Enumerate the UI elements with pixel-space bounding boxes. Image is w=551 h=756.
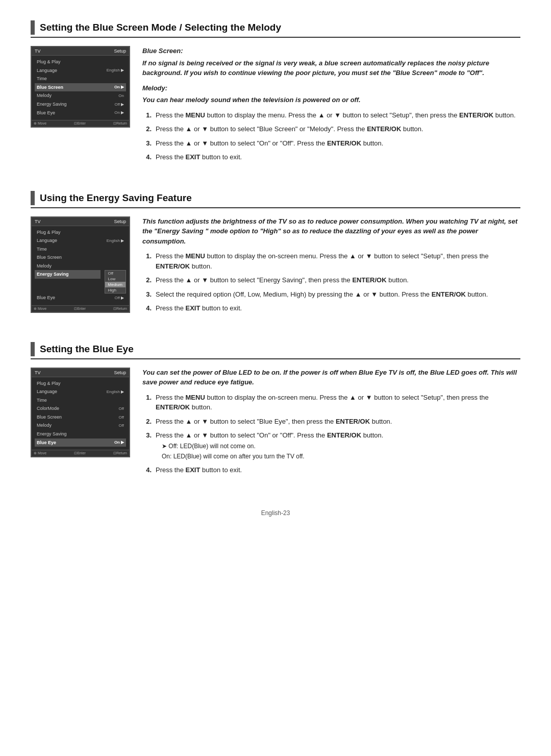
step-content: Press the MENU button to display the men… (156, 110, 520, 120)
intro-text: If no signal is being received or the si… (142, 58, 520, 78)
step-subnote: On: LED(Blue) will come on after you tur… (162, 452, 520, 461)
content-area: You can set the power of Blue LED to be … (142, 368, 520, 479)
step-item: 2. Press the ▲ or ▼ button to select "Bl… (142, 124, 520, 134)
step-item: 2. Press the ▲ or ▼ button to select "Bl… (142, 417, 520, 427)
step-content: Press the EXIT button to exit. (156, 465, 520, 475)
step-subnote: ➤ Off: LED(Blue) will not come on. (162, 442, 520, 451)
step-number: 3. (142, 289, 152, 300)
step-item: 4. Press the EXIT button to exit. (142, 152, 520, 162)
content-area: Blue Screen:If no signal is being receiv… (142, 46, 520, 166)
section-accent (31, 20, 35, 35)
step-content: Select the required option (Off, Low, Me… (156, 289, 520, 300)
page-number: English-23 (261, 509, 290, 517)
step-item: 4. Press the EXIT button to exit. (142, 303, 520, 313)
step-number: 3. (142, 430, 152, 461)
content-area: This function adjusts the brightness of … (142, 216, 520, 318)
subsection-title: Blue Screen: (142, 46, 520, 56)
section-body: TV Setup Plug & Play Language English ▶ … (31, 216, 520, 318)
step-content: Press the EXIT button to exit. (156, 303, 520, 313)
step-number: 2. (142, 417, 152, 427)
step-number: 2. (142, 124, 152, 134)
section-title: Using the Energy Saving Feature (40, 192, 192, 204)
step-content: Press the ▲ or ▼ button to select "Blue … (156, 124, 520, 134)
tv-screen-blue-screen-melody: TV Setup Plug & Play Language English ▶ … (31, 46, 130, 128)
section-header: Using the Energy Saving Feature (31, 191, 520, 208)
page: Setting the Blue Screen Mode / Selecting… (31, 20, 520, 517)
step-item: 1. Press the MENU button to display the … (142, 110, 520, 120)
subsection-title: Melody: (142, 83, 520, 93)
step-item: 1. Press the MENU button to display the … (142, 251, 520, 271)
step-item: 3. Press the ▲ or ▼ button to select "On… (142, 430, 520, 461)
step-content: Press the ▲ or ▼ button to select "On" o… (156, 430, 520, 461)
tv-screen-blue-eye: TV Setup Plug & Play Language English ▶ … (31, 368, 130, 458)
step-item: 3. Press the ▲ or ▼ button to select "On… (142, 138, 520, 149)
step-number: 4. (142, 303, 152, 313)
step-number: 1. (142, 251, 152, 271)
section-body: TV Setup Plug & Play Language English ▶ … (31, 46, 520, 166)
step-number: 1. (142, 110, 152, 120)
section-body: TV Setup Plug & Play Language English ▶ … (31, 368, 520, 479)
step-content: Press the ▲ or ▼ button to select "On" o… (156, 138, 520, 149)
page-footer: English-23 (31, 509, 520, 517)
step-number: 3. (142, 138, 152, 149)
step-content: Press the ▲ or ▼ button to select "Blue … (156, 417, 520, 427)
step-item: 1. Press the MENU button to display the … (142, 393, 520, 412)
steps-list: 1. Press the MENU button to display the … (142, 110, 520, 162)
intro-text: You can hear melody sound when the telev… (142, 95, 520, 105)
step-content: Press the MENU button to display the on-… (156, 393, 520, 412)
section-accent (31, 191, 35, 205)
section-header: Setting the Blue Screen Mode / Selecting… (31, 20, 520, 38)
step-content: Press the MENU button to display the on-… (156, 251, 520, 271)
section-header: Setting the Blue Eye (31, 342, 520, 359)
section-title: Setting the Blue Eye (40, 344, 134, 355)
section-blue-eye: Setting the Blue Eye TV Setup Plug & Pla… (31, 342, 520, 479)
section-blue-screen-melody: Setting the Blue Screen Mode / Selecting… (31, 20, 520, 166)
steps-list: 1. Press the MENU button to display the … (142, 393, 520, 475)
step-item: 4. Press the EXIT button to exit. (142, 465, 520, 475)
intro-text: You can set the power of Blue LED to be … (142, 368, 520, 387)
step-number: 4. (142, 465, 152, 475)
steps-list: 1. Press the MENU button to display the … (142, 251, 520, 313)
step-item: 2. Press the ▲ or ▼ button to select "En… (142, 275, 520, 285)
tv-screen-energy-saving: TV Setup Plug & Play Language English ▶ … (31, 216, 130, 313)
section-accent (31, 342, 35, 356)
section-energy-saving: Using the Energy Saving Feature TV Setup… (31, 191, 520, 318)
intro-text: This function adjusts the brightness of … (142, 216, 520, 247)
step-item: 3. Select the required option (Off, Low,… (142, 289, 520, 300)
section-title: Setting the Blue Screen Mode / Selecting… (40, 22, 281, 33)
step-number: 2. (142, 275, 152, 285)
step-content: Press the EXIT button to exit. (156, 152, 520, 162)
step-number: 1. (142, 393, 152, 412)
step-content: Press the ▲ or ▼ button to select "Energ… (156, 275, 520, 285)
step-number: 4. (142, 152, 152, 162)
